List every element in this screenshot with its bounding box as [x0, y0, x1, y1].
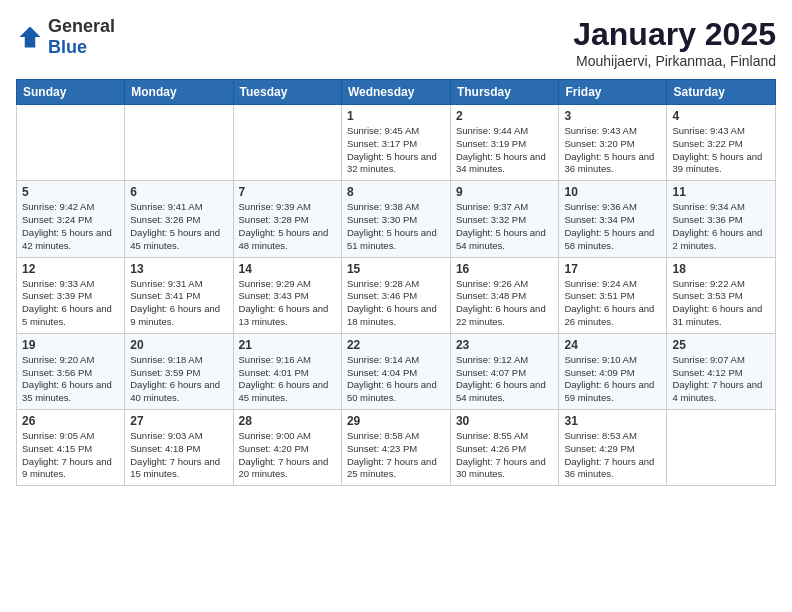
day-info: Sunrise: 9:41 AM Sunset: 3:26 PM Dayligh…: [130, 201, 227, 252]
day-info: Sunrise: 9:28 AM Sunset: 3:46 PM Dayligh…: [347, 278, 445, 329]
day-info: Sunrise: 9:45 AM Sunset: 3:17 PM Dayligh…: [347, 125, 445, 176]
calendar-table: SundayMondayTuesdayWednesdayThursdayFrid…: [16, 79, 776, 486]
calendar-day-cell: 13Sunrise: 9:31 AM Sunset: 3:41 PM Dayli…: [125, 257, 233, 333]
calendar-day-cell: 2Sunrise: 9:44 AM Sunset: 3:19 PM Daylig…: [450, 105, 559, 181]
page-header: General Blue January 2025 Mouhijaervi, P…: [16, 16, 776, 69]
weekday-header: Wednesday: [341, 80, 450, 105]
title-section: January 2025 Mouhijaervi, Pirkanmaa, Fin…: [573, 16, 776, 69]
day-info: Sunrise: 9:26 AM Sunset: 3:48 PM Dayligh…: [456, 278, 554, 329]
calendar-day-cell: 20Sunrise: 9:18 AM Sunset: 3:59 PM Dayli…: [125, 333, 233, 409]
calendar-day-cell: 6Sunrise: 9:41 AM Sunset: 3:26 PM Daylig…: [125, 181, 233, 257]
weekday-header: Tuesday: [233, 80, 341, 105]
calendar-day-cell: 12Sunrise: 9:33 AM Sunset: 3:39 PM Dayli…: [17, 257, 125, 333]
weekday-header: Monday: [125, 80, 233, 105]
calendar-day-cell: 25Sunrise: 9:07 AM Sunset: 4:12 PM Dayli…: [667, 333, 776, 409]
calendar-day-cell: 19Sunrise: 9:20 AM Sunset: 3:56 PM Dayli…: [17, 333, 125, 409]
day-info: Sunrise: 9:36 AM Sunset: 3:34 PM Dayligh…: [564, 201, 661, 252]
calendar-week-row: 1Sunrise: 9:45 AM Sunset: 3:17 PM Daylig…: [17, 105, 776, 181]
day-number: 15: [347, 262, 445, 276]
calendar-day-cell: 29Sunrise: 8:58 AM Sunset: 4:23 PM Dayli…: [341, 410, 450, 486]
day-info: Sunrise: 9:24 AM Sunset: 3:51 PM Dayligh…: [564, 278, 661, 329]
day-info: Sunrise: 9:14 AM Sunset: 4:04 PM Dayligh…: [347, 354, 445, 405]
day-info: Sunrise: 9:05 AM Sunset: 4:15 PM Dayligh…: [22, 430, 119, 481]
day-number: 13: [130, 262, 227, 276]
day-info: Sunrise: 9:33 AM Sunset: 3:39 PM Dayligh…: [22, 278, 119, 329]
weekday-header: Sunday: [17, 80, 125, 105]
calendar-week-row: 26Sunrise: 9:05 AM Sunset: 4:15 PM Dayli…: [17, 410, 776, 486]
day-info: Sunrise: 9:42 AM Sunset: 3:24 PM Dayligh…: [22, 201, 119, 252]
calendar-day-cell: 24Sunrise: 9:10 AM Sunset: 4:09 PM Dayli…: [559, 333, 667, 409]
calendar-day-cell: [125, 105, 233, 181]
day-info: Sunrise: 9:03 AM Sunset: 4:18 PM Dayligh…: [130, 430, 227, 481]
calendar-day-cell: 1Sunrise: 9:45 AM Sunset: 3:17 PM Daylig…: [341, 105, 450, 181]
day-info: Sunrise: 9:39 AM Sunset: 3:28 PM Dayligh…: [239, 201, 336, 252]
day-number: 21: [239, 338, 336, 352]
calendar-day-cell: 8Sunrise: 9:38 AM Sunset: 3:30 PM Daylig…: [341, 181, 450, 257]
day-number: 3: [564, 109, 661, 123]
day-number: 22: [347, 338, 445, 352]
day-number: 16: [456, 262, 554, 276]
calendar-day-cell: 27Sunrise: 9:03 AM Sunset: 4:18 PM Dayli…: [125, 410, 233, 486]
day-number: 31: [564, 414, 661, 428]
calendar-day-cell: 23Sunrise: 9:12 AM Sunset: 4:07 PM Dayli…: [450, 333, 559, 409]
calendar-day-cell: 10Sunrise: 9:36 AM Sunset: 3:34 PM Dayli…: [559, 181, 667, 257]
day-info: Sunrise: 9:44 AM Sunset: 3:19 PM Dayligh…: [456, 125, 554, 176]
day-number: 28: [239, 414, 336, 428]
day-number: 7: [239, 185, 336, 199]
calendar-week-row: 12Sunrise: 9:33 AM Sunset: 3:39 PM Dayli…: [17, 257, 776, 333]
calendar-day-cell: 21Sunrise: 9:16 AM Sunset: 4:01 PM Dayli…: [233, 333, 341, 409]
calendar-title: January 2025: [573, 16, 776, 53]
calendar-day-cell: [667, 410, 776, 486]
calendar-day-cell: 9Sunrise: 9:37 AM Sunset: 3:32 PM Daylig…: [450, 181, 559, 257]
calendar-day-cell: 22Sunrise: 9:14 AM Sunset: 4:04 PM Dayli…: [341, 333, 450, 409]
day-number: 27: [130, 414, 227, 428]
svg-marker-0: [20, 27, 41, 48]
logo-icon: [16, 23, 44, 51]
calendar-day-cell: 26Sunrise: 9:05 AM Sunset: 4:15 PM Dayli…: [17, 410, 125, 486]
day-info: Sunrise: 9:18 AM Sunset: 3:59 PM Dayligh…: [130, 354, 227, 405]
calendar-day-cell: 4Sunrise: 9:43 AM Sunset: 3:22 PM Daylig…: [667, 105, 776, 181]
calendar-header-row: SundayMondayTuesdayWednesdayThursdayFrid…: [17, 80, 776, 105]
calendar-day-cell: [17, 105, 125, 181]
day-info: Sunrise: 9:20 AM Sunset: 3:56 PM Dayligh…: [22, 354, 119, 405]
day-number: 18: [672, 262, 770, 276]
day-number: 8: [347, 185, 445, 199]
day-info: Sunrise: 8:58 AM Sunset: 4:23 PM Dayligh…: [347, 430, 445, 481]
logo: General Blue: [16, 16, 115, 58]
day-number: 20: [130, 338, 227, 352]
day-info: Sunrise: 9:16 AM Sunset: 4:01 PM Dayligh…: [239, 354, 336, 405]
day-info: Sunrise: 9:37 AM Sunset: 3:32 PM Dayligh…: [456, 201, 554, 252]
calendar-week-row: 19Sunrise: 9:20 AM Sunset: 3:56 PM Dayli…: [17, 333, 776, 409]
day-number: 2: [456, 109, 554, 123]
logo-blue: Blue: [48, 37, 87, 57]
day-info: Sunrise: 8:55 AM Sunset: 4:26 PM Dayligh…: [456, 430, 554, 481]
day-number: 12: [22, 262, 119, 276]
day-number: 14: [239, 262, 336, 276]
day-number: 24: [564, 338, 661, 352]
day-number: 23: [456, 338, 554, 352]
day-number: 25: [672, 338, 770, 352]
day-number: 26: [22, 414, 119, 428]
day-info: Sunrise: 8:53 AM Sunset: 4:29 PM Dayligh…: [564, 430, 661, 481]
calendar-subtitle: Mouhijaervi, Pirkanmaa, Finland: [573, 53, 776, 69]
calendar-day-cell: 28Sunrise: 9:00 AM Sunset: 4:20 PM Dayli…: [233, 410, 341, 486]
day-info: Sunrise: 9:12 AM Sunset: 4:07 PM Dayligh…: [456, 354, 554, 405]
day-number: 17: [564, 262, 661, 276]
day-number: 5: [22, 185, 119, 199]
day-number: 6: [130, 185, 227, 199]
day-number: 19: [22, 338, 119, 352]
day-info: Sunrise: 9:43 AM Sunset: 3:20 PM Dayligh…: [564, 125, 661, 176]
day-info: Sunrise: 9:07 AM Sunset: 4:12 PM Dayligh…: [672, 354, 770, 405]
calendar-day-cell: 7Sunrise: 9:39 AM Sunset: 3:28 PM Daylig…: [233, 181, 341, 257]
day-info: Sunrise: 9:00 AM Sunset: 4:20 PM Dayligh…: [239, 430, 336, 481]
calendar-day-cell: 15Sunrise: 9:28 AM Sunset: 3:46 PM Dayli…: [341, 257, 450, 333]
day-number: 30: [456, 414, 554, 428]
day-info: Sunrise: 9:38 AM Sunset: 3:30 PM Dayligh…: [347, 201, 445, 252]
day-info: Sunrise: 9:43 AM Sunset: 3:22 PM Dayligh…: [672, 125, 770, 176]
calendar-day-cell: 5Sunrise: 9:42 AM Sunset: 3:24 PM Daylig…: [17, 181, 125, 257]
day-info: Sunrise: 9:10 AM Sunset: 4:09 PM Dayligh…: [564, 354, 661, 405]
calendar-day-cell: [233, 105, 341, 181]
day-number: 9: [456, 185, 554, 199]
day-info: Sunrise: 9:22 AM Sunset: 3:53 PM Dayligh…: [672, 278, 770, 329]
day-info: Sunrise: 9:29 AM Sunset: 3:43 PM Dayligh…: [239, 278, 336, 329]
